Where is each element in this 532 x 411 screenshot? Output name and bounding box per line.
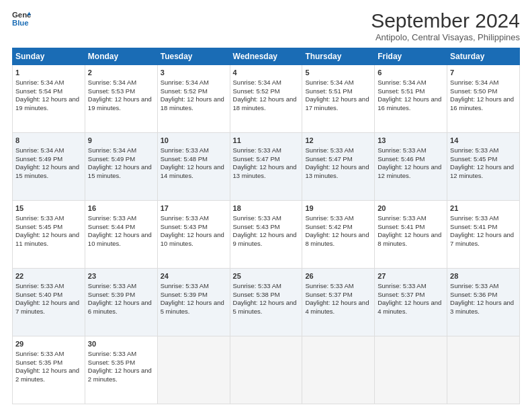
- table-row: [447, 336, 520, 404]
- table-row: 18Sunrise: 5:33 AMSunset: 5:43 PMDayligh…: [230, 201, 302, 269]
- svg-text:Blue: Blue: [12, 19, 29, 27]
- table-row: 22Sunrise: 5:33 AMSunset: 5:40 PMDayligh…: [13, 269, 85, 336]
- col-sunday: Sunday: [13, 48, 85, 65]
- page: General Blue September 2024 Antipolo, Ce…: [0, 0, 532, 411]
- calendar-week-row: 1Sunrise: 5:34 AMSunset: 5:54 PMDaylight…: [13, 65, 520, 133]
- day-number: 14: [450, 136, 517, 146]
- table-row: 9Sunrise: 5:34 AMSunset: 5:49 PMDaylight…: [85, 133, 157, 201]
- sunset: Sunset: 5:41 PM: [450, 223, 497, 230]
- sunset: Sunset: 5:39 PM: [161, 291, 208, 298]
- col-tuesday: Tuesday: [157, 48, 230, 65]
- table-row: 10Sunrise: 5:33 AMSunset: 5:48 PMDayligh…: [157, 133, 230, 201]
- table-row: 28Sunrise: 5:33 AMSunset: 5:36 PMDayligh…: [447, 269, 520, 336]
- sunrise: Sunrise: 5:33 AM: [450, 146, 498, 154]
- sunset: Sunset: 5:40 PM: [15, 291, 62, 298]
- sunrise: Sunrise: 5:33 AM: [233, 214, 281, 222]
- table-row: 8Sunrise: 5:34 AMSunset: 5:49 PMDaylight…: [13, 133, 85, 201]
- col-friday: Friday: [375, 48, 447, 65]
- sunset: Sunset: 5:50 PM: [450, 87, 497, 95]
- daylight: Daylight: 12 hours and 6 minutes.: [88, 299, 152, 315]
- day-number: 21: [450, 203, 517, 214]
- daylight: Daylight: 12 hours and 17 minutes.: [305, 95, 369, 111]
- sunset: Sunset: 5:38 PM: [233, 291, 280, 298]
- table-row: [230, 336, 302, 404]
- sunset: Sunset: 5:48 PM: [161, 155, 208, 163]
- sunrise: Sunrise: 5:34 AM: [450, 79, 498, 86]
- day-number: 28: [450, 271, 517, 281]
- table-row: 15Sunrise: 5:33 AMSunset: 5:45 PMDayligh…: [13, 201, 85, 269]
- day-number: 20: [378, 203, 444, 214]
- sunrise: Sunrise: 5:33 AM: [233, 146, 281, 154]
- sunrise: Sunrise: 5:34 AM: [161, 79, 209, 86]
- sunset: Sunset: 5:37 PM: [305, 291, 352, 298]
- table-row: 7Sunrise: 5:34 AMSunset: 5:50 PMDaylight…: [447, 65, 520, 133]
- table-row: 30Sunrise: 5:33 AMSunset: 5:35 PMDayligh…: [85, 336, 157, 404]
- location: Antipolo, Central Visayas, Philippines: [371, 32, 520, 42]
- daylight: Daylight: 12 hours and 12 minutes.: [450, 163, 514, 179]
- table-row: 11Sunrise: 5:33 AMSunset: 5:47 PMDayligh…: [230, 133, 302, 201]
- daylight: Daylight: 12 hours and 7 minutes.: [15, 299, 79, 315]
- table-row: 20Sunrise: 5:33 AMSunset: 5:41 PMDayligh…: [375, 201, 447, 269]
- table-row: 21Sunrise: 5:33 AMSunset: 5:41 PMDayligh…: [447, 201, 520, 269]
- table-row: 27Sunrise: 5:33 AMSunset: 5:37 PMDayligh…: [375, 269, 447, 336]
- day-number: 24: [161, 271, 227, 281]
- daylight: Daylight: 12 hours and 19 minutes.: [15, 95, 79, 111]
- daylight: Daylight: 12 hours and 4 minutes.: [305, 299, 369, 315]
- sunrise: Sunrise: 5:33 AM: [161, 146, 209, 154]
- sunrise: Sunrise: 5:33 AM: [233, 282, 281, 289]
- daylight: Daylight: 12 hours and 11 minutes.: [15, 231, 79, 247]
- header-row: Sunday Monday Tuesday Wednesday Thursday…: [13, 48, 520, 65]
- table-row: 29Sunrise: 5:33 AMSunset: 5:35 PMDayligh…: [13, 336, 85, 404]
- calendar-week-row: 29Sunrise: 5:33 AMSunset: 5:35 PMDayligh…: [13, 336, 520, 404]
- table-row: 17Sunrise: 5:33 AMSunset: 5:43 PMDayligh…: [157, 201, 230, 269]
- sunrise: Sunrise: 5:33 AM: [15, 282, 64, 289]
- daylight: Daylight: 12 hours and 5 minutes.: [161, 299, 224, 315]
- daylight: Daylight: 12 hours and 4 minutes.: [378, 299, 441, 315]
- month-title: September 2024: [371, 9, 520, 32]
- sunset: Sunset: 5:53 PM: [88, 87, 135, 95]
- day-number: 18: [233, 203, 300, 214]
- day-number: 13: [378, 136, 444, 146]
- day-number: 16: [88, 203, 154, 214]
- daylight: Daylight: 12 hours and 18 minutes.: [233, 95, 297, 111]
- day-number: 29: [15, 339, 82, 349]
- table-row: [375, 336, 447, 404]
- sunrise: Sunrise: 5:33 AM: [15, 214, 64, 222]
- day-number: 26: [305, 271, 371, 281]
- daylight: Daylight: 12 hours and 3 minutes.: [450, 299, 514, 315]
- sunrise: Sunrise: 5:34 AM: [233, 79, 281, 86]
- sunrise: Sunrise: 5:33 AM: [305, 146, 353, 154]
- table-row: 4Sunrise: 5:34 AMSunset: 5:52 PMDaylight…: [230, 65, 302, 133]
- daylight: Daylight: 12 hours and 18 minutes.: [161, 95, 224, 111]
- daylight: Daylight: 12 hours and 14 minutes.: [161, 163, 224, 179]
- table-row: 23Sunrise: 5:33 AMSunset: 5:39 PMDayligh…: [85, 269, 157, 336]
- table-row: 3Sunrise: 5:34 AMSunset: 5:52 PMDaylight…: [157, 65, 230, 133]
- daylight: Daylight: 12 hours and 19 minutes.: [88, 95, 152, 111]
- sunset: Sunset: 5:51 PM: [305, 87, 352, 95]
- sunrise: Sunrise: 5:34 AM: [15, 146, 64, 154]
- day-number: 19: [305, 203, 371, 214]
- col-saturday: Saturday: [447, 48, 520, 65]
- logo-icon: General Blue: [12, 9, 31, 28]
- daylight: Daylight: 12 hours and 16 minutes.: [450, 95, 514, 111]
- day-number: 6: [378, 68, 444, 78]
- daylight: Daylight: 12 hours and 7 minutes.: [450, 231, 514, 247]
- table-row: 26Sunrise: 5:33 AMSunset: 5:37 PMDayligh…: [302, 269, 375, 336]
- sunset: Sunset: 5:54 PM: [15, 87, 62, 95]
- sunset: Sunset: 5:35 PM: [15, 359, 62, 366]
- col-wednesday: Wednesday: [230, 48, 302, 65]
- daylight: Daylight: 12 hours and 13 minutes.: [233, 163, 297, 179]
- daylight: Daylight: 12 hours and 2 minutes.: [88, 367, 152, 383]
- table-row: 2Sunrise: 5:34 AMSunset: 5:53 PMDaylight…: [85, 65, 157, 133]
- daylight: Daylight: 12 hours and 10 minutes.: [161, 231, 224, 247]
- daylight: Daylight: 12 hours and 8 minutes.: [305, 231, 369, 247]
- sunrise: Sunrise: 5:33 AM: [450, 282, 498, 289]
- daylight: Daylight: 12 hours and 9 minutes.: [233, 231, 297, 247]
- daylight: Daylight: 12 hours and 13 minutes.: [305, 163, 369, 179]
- header: General Blue September 2024 Antipolo, Ce…: [12, 9, 520, 42]
- table-row: 16Sunrise: 5:33 AMSunset: 5:44 PMDayligh…: [85, 201, 157, 269]
- calendar-week-row: 8Sunrise: 5:34 AMSunset: 5:49 PMDaylight…: [13, 133, 520, 201]
- sunset: Sunset: 5:46 PM: [378, 155, 425, 163]
- table-row: 24Sunrise: 5:33 AMSunset: 5:39 PMDayligh…: [157, 269, 230, 336]
- table-row: 6Sunrise: 5:34 AMSunset: 5:51 PMDaylight…: [375, 65, 447, 133]
